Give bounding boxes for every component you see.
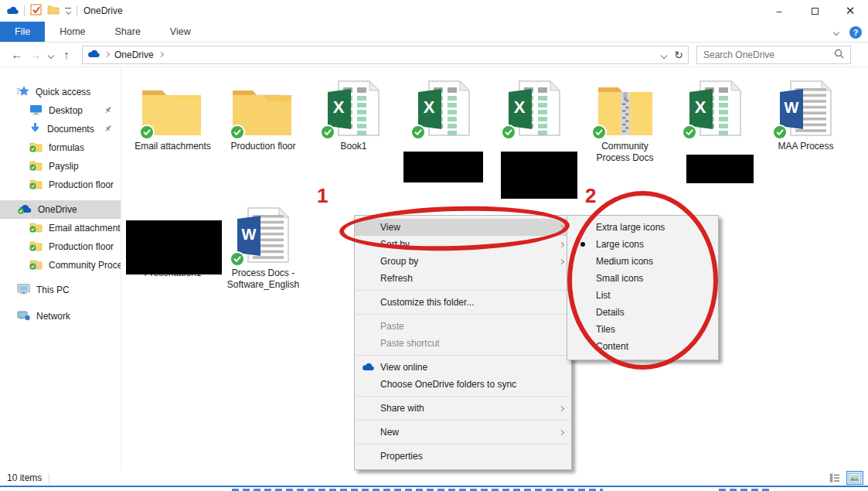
svg-text:W: W	[241, 226, 256, 243]
menu-item-paste: Paste	[355, 318, 571, 335]
svg-text:X: X	[694, 97, 706, 117]
sidebar-item-production-floor[interactable]: Production floor	[0, 176, 121, 194]
sync-check-icon	[139, 124, 155, 140]
file-item-maa-process[interactable]: W MAA Process	[761, 77, 851, 164]
sidebar-item-network[interactable]: Network	[0, 307, 121, 326]
sidebar-item-quick-access[interactable]: Quick access	[0, 83, 121, 101]
sidebar-item-payslip[interactable]: Payslip	[0, 157, 121, 176]
menu-item-choose-onedrive-folders-to-sync[interactable]: Choose OneDrive folders to sync	[355, 376, 571, 393]
sidebar-item-community-proces[interactable]: Community Proces	[0, 256, 121, 274]
file-item-process-docs-software-english[interactable]: W Process Docs - Software_English	[218, 203, 308, 291]
sync-check-icon	[410, 124, 426, 140]
sidebar-item-formulas[interactable]: formulas	[0, 138, 121, 157]
menu-item-label: Share with	[380, 403, 424, 414]
file-item-email-attachments[interactable]: Email attachments	[128, 77, 218, 164]
search-icon[interactable]	[834, 49, 844, 61]
menu-item-label: Customize this folder...	[380, 297, 474, 308]
tab-home[interactable]: Home	[45, 22, 100, 42]
close-button[interactable]: ✕	[832, 0, 868, 22]
desktop-icon	[29, 104, 43, 118]
file-item-book1[interactable]: X Book1	[308, 77, 399, 164]
sidebar-item-this-pc[interactable]: This PC	[0, 281, 121, 299]
file-item[interactable]: X	[670, 77, 761, 164]
expand-ribbon-icon[interactable]	[833, 29, 839, 35]
synced-folder-icon	[29, 240, 43, 254]
address-dropdown-icon[interactable]	[662, 49, 666, 60]
status-bar: 10 items	[0, 470, 868, 486]
sidebar-item-label: OneDrive	[38, 204, 77, 215]
thumbnails-view-toggle-icon[interactable]	[846, 471, 863, 485]
maximize-button[interactable]	[797, 0, 832, 22]
minimize-button[interactable]: –	[761, 0, 797, 22]
up-button[interactable]: ↑	[57, 48, 76, 61]
file-label: MAA Process	[778, 141, 833, 152]
search-box[interactable]: Search OneDrive	[696, 46, 851, 64]
menu-item-properties[interactable]: Properties	[355, 448, 571, 465]
excel-file-icon: X	[315, 77, 393, 138]
breadcrumb[interactable]: OneDrive	[114, 49, 154, 60]
file-item-community-process-docs[interactable]: Community Process Docs	[580, 77, 670, 164]
excel-file-icon: X	[496, 77, 574, 138]
tab-view[interactable]: View	[155, 22, 206, 42]
annotation-number-1: 1	[317, 184, 328, 208]
word-file-icon: W	[768, 77, 845, 138]
file-item-production-floor[interactable]: Production floor	[218, 77, 308, 164]
search-input[interactable]: Search OneDrive	[703, 49, 834, 60]
annotation-ellipse-2	[567, 191, 718, 370]
sidebar-item-onedrive[interactable]: OneDrive	[0, 200, 121, 219]
tab-file[interactable]: File	[0, 22, 45, 42]
forward-button[interactable]: →	[26, 48, 45, 61]
recent-locations-icon[interactable]	[45, 49, 57, 60]
excel-file-icon: X	[406, 77, 483, 138]
onedrive-cloud-icon	[87, 49, 100, 60]
menu-item-label: Choose OneDrive folders to sync	[380, 379, 516, 390]
sidebar-item-desktop[interactable]: Desktop	[0, 101, 121, 120]
menu-item-label: View online	[380, 362, 427, 373]
details-view-toggle-icon[interactable]	[826, 471, 843, 485]
new-folder-tool-icon[interactable]	[47, 5, 60, 17]
properties-tool-icon[interactable]	[30, 4, 42, 18]
svg-text:X: X	[332, 97, 344, 117]
sidebar-item-label: This PC	[36, 285, 70, 295]
pin-icon	[104, 105, 113, 117]
item-count: 10 items	[7, 472, 42, 483]
menu-separator	[356, 355, 570, 356]
onedrive-cloud-icon	[362, 362, 374, 373]
customize-toolbar-icon[interactable]	[65, 8, 71, 15]
zip-file-icon	[587, 77, 664, 138]
back-button[interactable]: ←	[8, 48, 26, 61]
tab-share[interactable]: Share	[100, 22, 155, 42]
help-icon[interactable]: ?	[849, 26, 862, 39]
sync-check-icon	[682, 124, 697, 140]
redaction-box	[126, 220, 222, 274]
refresh-icon[interactable]: ↻	[674, 49, 683, 61]
menu-item-view-online[interactable]: View online	[355, 359, 571, 376]
menu-separator	[356, 420, 570, 421]
background-window-edge	[0, 486, 868, 491]
submenu-arrow-icon	[559, 405, 564, 411]
menu-item-group-by[interactable]: Group by	[355, 253, 571, 270]
sidebar-item-email-attachments[interactable]: Email attachments	[0, 219, 121, 237]
menu-item-customize-this-folder-[interactable]: Customize this folder...	[355, 294, 571, 311]
redaction-box	[501, 152, 577, 199]
sync-check-icon	[230, 251, 245, 267]
pin-icon	[104, 124, 113, 135]
synced-folder-icon	[29, 142, 43, 155]
toolbar-divider	[24, 5, 25, 16]
toolbar-divider	[77, 5, 77, 16]
sidebar-item-production-floor[interactable]: Production floor	[0, 237, 121, 256]
file-label: Book1	[340, 141, 366, 152]
folder-empty-file-icon	[134, 77, 212, 138]
svg-text:W: W	[784, 99, 798, 116]
menu-item-new[interactable]: New	[355, 424, 571, 441]
window-controls: – ✕	[761, 0, 868, 22]
address-bar[interactable]: OneDrive ↻	[82, 46, 689, 64]
menu-item-refresh[interactable]: Refresh	[355, 270, 571, 287]
quick-access-toolbar	[0, 4, 77, 18]
sidebar-item-documents[interactable]: Documents	[0, 120, 121, 138]
navigation-pane: Quick accessDesktopDocumentsformulasPays…	[0, 67, 121, 470]
file-label: Process Docs - Software_English	[223, 268, 305, 291]
menu-item-label: Refresh	[380, 273, 413, 284]
synced-zip-icon	[29, 259, 43, 272]
menu-item-share-with[interactable]: Share with	[355, 400, 571, 417]
